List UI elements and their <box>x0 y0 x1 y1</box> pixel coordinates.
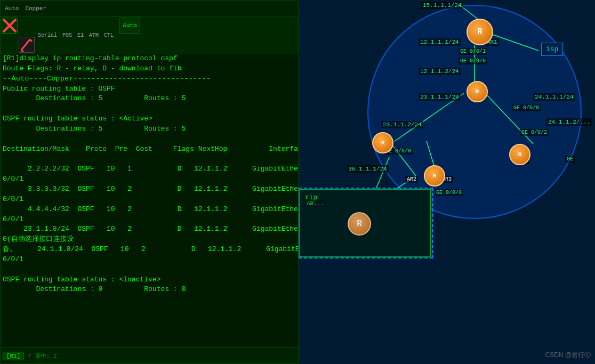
rip-panel: rip R AR... <box>299 189 431 257</box>
terminal-content: [R1]display ip routing-table protocol os… <box>1 53 298 364</box>
ctl-label: CTL <box>102 18 116 53</box>
router-node-mid-right: R <box>424 165 445 187</box>
term-line-3: OSPF routing table status : <Active> <box>3 114 296 124</box>
term-line-1: Route Flags: R - relay, D - download to … <box>3 64 296 74</box>
term-row5b: 0/0/1 <box>3 255 296 265</box>
term-header: Destination/Mask Proto Pre Cost Flags Ne… <box>3 144 296 155</box>
term-line-blank1 <box>3 134 296 144</box>
svg-line-10 <box>389 141 416 176</box>
selection-info: 7 选中: 1 <box>27 352 57 360</box>
bottom-toolbar: [R1] 7 选中: 1 <box>1 347 299 363</box>
term-blank2 <box>3 154 296 164</box>
network-canvas: 15.1.1.1/24 12.1.1.1/24 AR1 12.1.1.2/24 … <box>299 0 595 364</box>
term-row5a: 备。 24.1.1.0/24 OSPF 10 2 D 12.1.1.2 Giga… <box>3 245 296 255</box>
label-24-1-1-1: 24.1.1.1/24 <box>533 93 575 101</box>
term-row4b: 0(自动选择接口连接设 <box>3 234 296 245</box>
term-row3b: 0/0/1 <box>3 215 296 225</box>
atm-label: ATM <box>87 18 101 53</box>
term-line-dest5: Destinations : 5 Routes : 5 <box>3 94 296 104</box>
term-line-2: Public routing table : OSPF <box>3 84 296 94</box>
rip-ar-label: AR... <box>305 200 326 207</box>
term-inactive: OSPF routing table status : <Inactive> <box>3 275 296 285</box>
term-blank3 <box>3 265 296 275</box>
e1-label: E1 <box>75 18 86 53</box>
label-ge-0-0-2: GE 0/0/2 <box>520 129 549 136</box>
term-row4a: 23.1.1.0/24 OSPF 10 2 D 12.1.1.2 Gigabit… <box>3 224 296 234</box>
serial-label: Serial <box>36 18 59 53</box>
term-line-0: [R1]display ip routing-table protocol os… <box>3 54 296 64</box>
icon-toolbar: Serial POS E1 ATM CTL Auto <box>1 17 299 54</box>
label-24-1-1-2: 24.1.1.2/... <box>546 118 592 126</box>
toolbar-group-auto: Auto <box>3 5 21 12</box>
term-row2a: 3.3.3.3/32 OSPF 10 2 D 12.1.1.2 GigabitE… <box>3 184 296 195</box>
label-ge-0-0-0-b: GE 0/0/0 <box>512 104 541 111</box>
term-row1a: 2.2.2.2/32 OSPF 10 1 D 12.1.1.2 GigabitE… <box>3 164 296 174</box>
svg-line-4 <box>21 50 23 52</box>
label-23-1-1-1: 23.1.1.1/24 <box>419 93 461 101</box>
terminal-panel: Auto Copper Serial POS E1 ATM <box>0 0 299 364</box>
svg-line-3 <box>30 39 32 42</box>
label-12-1-1-2: 12.1.1.2/24 <box>419 68 461 75</box>
label-ge-0-0-0-a: GE 0/0/0 <box>459 58 487 64</box>
pen-cross-icon-btn[interactable] <box>2 18 18 34</box>
toolbar-auto-label: Auto <box>3 5 21 12</box>
auto-btn[interactable]: Auto <box>119 18 140 34</box>
label-ge-0-0-1: GE 0/0/1 <box>459 48 487 55</box>
term-line-dest5b: Destinations : 5 Routes : 5 <box>3 124 296 134</box>
label-ge-e: GE <box>565 156 575 163</box>
router-node-left: R <box>372 132 393 153</box>
isp-box: isp <box>541 43 563 56</box>
label-12-1-1-1: 12.1.1.1/24 <box>419 38 461 46</box>
term-dest0: Destinations : 0 Routes : 0 <box>3 285 296 295</box>
label-36-1-1-1: 36.1.1.1/24 <box>347 165 389 173</box>
term-row3a: 4.4.4.4/32 OSPF 10 2 D 12.1.1.2 GigabitE… <box>3 205 296 215</box>
network-panel: 15.1.1.1/24 12.1.1.1/24 AR1 12.1.1.2/24 … <box>299 0 595 364</box>
term-row2b: 0/0/1 <box>3 195 296 205</box>
label-ar2: AR2 <box>405 176 418 183</box>
toolbar-copper-label: Copper <box>23 5 49 12</box>
router-node-top: R <box>467 19 493 45</box>
top-toolbar: Auto Copper <box>1 1 298 17</box>
rip-router-node: R <box>348 212 371 236</box>
label-23-1-1-2: 23.1.1.2/24 <box>381 121 423 128</box>
pos-label: POS <box>60 18 74 53</box>
svg-line-2 <box>21 39 30 50</box>
term-row1b: 0/0/1 <box>3 174 296 184</box>
prompt-tag: [R1] <box>3 352 24 360</box>
toolbar-group-copper: Copper <box>23 5 49 12</box>
svg-line-9 <box>485 93 533 144</box>
pen-icon-btn[interactable] <box>19 37 35 53</box>
term-line-blank0 <box>3 104 296 114</box>
term-line-dash: --Auto----Copper------------------------… <box>3 74 296 84</box>
router-node-mid: R <box>467 81 488 102</box>
router-node-right: R <box>509 144 530 165</box>
label-ge-0-0-0-d: GE 0/0/0 <box>435 189 463 196</box>
watermark: CSDN @君行① <box>545 351 591 360</box>
label-15-1-1-1: 15.1.1.1/24 <box>421 2 463 9</box>
